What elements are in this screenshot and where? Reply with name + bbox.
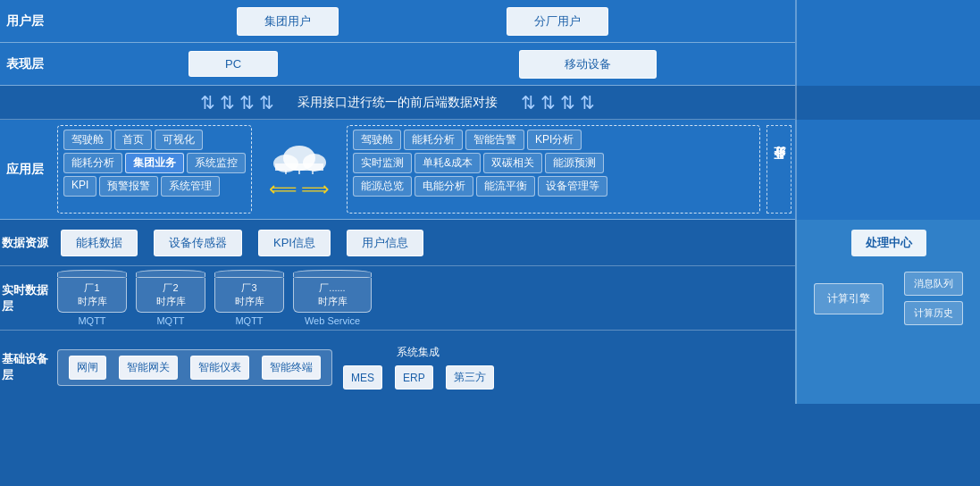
user-layer-row: 用户层 集团用户 分厂用户 <box>0 0 980 43</box>
ds-user: 用户信息 <box>347 230 423 256</box>
cyl-1-top-label: 厂1 <box>62 281 122 295</box>
app-yujing: 预警报警 <box>99 176 158 197</box>
realtime-layer-content: 厂1 时序库 MQTT 厂2 时序库 MQTT 厂3 时序库 <box>50 266 795 330</box>
datasrc-layer-row: 数据资源 能耗数据 设备传感器 KPI信息 用户信息 处理中心 <box>0 220 980 266</box>
cyl-2: 厂2 时序库 MQTT <box>136 270 205 326</box>
cyl-3-top-label: 厂3 <box>219 281 280 295</box>
h-arrow-container: ⟸ ⟹ <box>269 178 330 201</box>
arrow-ud-2: ⇅ <box>220 94 235 112</box>
app-r-gaojing: 智能告警 <box>465 130 524 150</box>
cyl-1-body: 厂1 时序库 <box>57 278 127 313</box>
msg-queue-box: 消息队列 <box>904 272 963 296</box>
right-arrows: ⇅ ⇅ ⇅ ⇅ <box>521 94 595 112</box>
right-panel-iface <box>795 86 980 120</box>
cyl-3-bottom-label: 时序库 <box>219 295 280 308</box>
app-row-r2: 实时监测 单耗&成本 双碳相关 能源预测 <box>353 153 754 173</box>
group-fenchang: 驾驶舱 能耗分析 智能告警 KPI分析 实时监测 单耗&成本 双碳相关 能源预测… <box>347 125 760 214</box>
ds-kpi: KPI信息 <box>258 230 331 256</box>
app-jiashicang: 驾驶舱 <box>63 130 112 150</box>
cyl-4-top-label: 厂...... <box>297 281 367 295</box>
interface-bar: ⇅ ⇅ ⇅ ⇅ 采用接口进行统一的前后端数据对接 ⇅ ⇅ ⇅ ⇅ <box>0 86 980 120</box>
arrow-ud-4: ⇅ <box>259 94 274 112</box>
app-r-nengliu: 能流平衡 <box>476 176 535 197</box>
app-kpi: KPI <box>63 176 96 197</box>
cyl-1-top <box>57 270 127 278</box>
app-r-dianneng: 电能分析 <box>415 176 473 197</box>
pres-layer-row: 表现层 PC 移动设备 <box>0 43 980 86</box>
user-layer-content: 集团用户 分厂用户 <box>50 0 795 42</box>
app-layer-content: 驾驶舱 首页 可视化 能耗分析 集团业务 系统监控 KPI 预警报警 系统管理 <box>50 120 795 219</box>
app-r-shishi: 实时监测 <box>353 153 412 173</box>
cyl-4-protocol: Web Service <box>305 315 360 326</box>
right-panel-proc: 处理中心 <box>795 220 980 266</box>
mobile-box: 移动设备 <box>519 50 657 79</box>
cyl-2-body: 厂2 时序库 <box>136 278 205 313</box>
realtime-layer-row: 实时数据层 厂1 时序库 MQTT 厂2 时序库 MQTT <box>0 266 980 331</box>
pres-layer-content: PC 移动设备 <box>50 43 795 85</box>
pc-box: PC <box>188 51 278 77</box>
right-calc-group: 计算引擎 <box>814 283 884 314</box>
app-row-2: 能耗分析 集团业务 系统监控 <box>63 153 246 173</box>
app-r-shuangtan: 双碳相关 <box>483 153 542 173</box>
datasrc-layer-label: 数据资源 <box>0 220 50 265</box>
cyl-3: 厂3 时序库 MQTT <box>214 270 284 326</box>
base-gateway: 智能网关 <box>119 356 178 380</box>
app-r-danhao: 单耗&成本 <box>415 153 481 173</box>
cloud-icon <box>268 138 331 174</box>
right-panel-app <box>795 120 980 220</box>
cyl-2-bottom-label: 时序库 <box>140 295 201 308</box>
app-r-yuce: 能源预测 <box>545 153 604 173</box>
app-r-nenghao: 能耗分析 <box>404 130 463 150</box>
base-instrument: 智能仪表 <box>190 356 249 380</box>
base-terminal: 智能终端 <box>262 356 321 380</box>
right-panel-pres <box>795 43 980 86</box>
arrow-ud-5: ⇅ <box>521 94 536 112</box>
group-user-box: 集团用户 <box>237 7 339 36</box>
integration-items: MES ERP 第三方 <box>339 365 498 390</box>
branch-user-box: 分厂用户 <box>507 7 608 36</box>
int-3rd: 第三方 <box>446 365 494 390</box>
right-arrow-icon: ⟹ <box>301 178 330 201</box>
user-layer-label: 用户层 <box>0 0 50 42</box>
app-layer-row: 应用层 驾驶舱 首页 可视化 能耗分析 集团业务 系统监控 KPI 预警报警 系… <box>0 120 980 220</box>
cyl-1-protocol: MQTT <box>78 315 105 326</box>
cyl-4: 厂...... 时序库 Web Service <box>293 270 372 326</box>
right-queue-group: 消息队列 计算历史 <box>904 272 963 325</box>
group-fenchang-container: 驾驶舱 能耗分析 智能告警 KPI分析 实时监测 单耗&成本 双碳相关 能源预测… <box>343 125 792 214</box>
app-r-zonglanz: 能源总览 <box>353 176 412 197</box>
int-erp: ERP <box>395 365 433 390</box>
arrow-ud-1: ⇅ <box>200 94 215 112</box>
sys-integration-label: 系统集成 <box>397 345 440 360</box>
app-r-shebei: 设备管理等 <box>538 176 607 197</box>
diagram: 用户层 集团用户 分厂用户 表现层 PC 移动设备 ⇅ <box>0 0 980 486</box>
app-row-1: 驾驶舱 首页 可视化 <box>63 130 246 150</box>
app-r-jiashi: 驾驶舱 <box>353 130 401 150</box>
ds-sensor: 设备传感器 <box>154 230 242 256</box>
arrow-ud-8: ⇅ <box>580 94 595 112</box>
proc-center-box: 处理中心 <box>851 230 926 256</box>
app-keshihua: 可视化 <box>155 130 203 150</box>
cyl-3-body: 厂3 时序库 <box>214 278 284 313</box>
pres-layer-label: 表现层 <box>0 43 50 85</box>
right-panel-realtime: 计算引擎 消息队列 计算历史 <box>795 266 980 331</box>
app-shouye: 首页 <box>114 130 152 150</box>
interface-text: 采用接口进行统一的前后端数据对接 <box>297 95 498 111</box>
app-row-r3: 能源总览 电能分析 能流平衡 设备管理等 <box>353 176 754 197</box>
app-jiankong: 系统监控 <box>187 153 246 173</box>
cyl-2-top <box>136 270 205 278</box>
base-integration-group: 系统集成 MES ERP 第三方 <box>339 345 498 390</box>
int-mes: MES <box>343 365 382 390</box>
interface-content: ⇅ ⇅ ⇅ ⇅ 采用接口进行统一的前后端数据对接 ⇅ ⇅ ⇅ ⇅ <box>0 94 795 112</box>
cyl-1-bottom-label: 时序库 <box>62 295 122 308</box>
group-jituan: 驾驶舱 首页 可视化 能耗分析 集团业务 系统监控 KPI 预警报警 系统管理 <box>57 125 252 214</box>
arrow-ud-7: ⇅ <box>560 94 575 112</box>
base-layer-content: 网闸 智能网关 智能仪表 智能终端 系统集成 MES ERP 第三方 <box>50 331 795 404</box>
base-layer-label: 基础设备层 <box>0 331 50 404</box>
app-guanli: 系统管理 <box>161 176 220 197</box>
cloud-container: ⟸ ⟹ <box>268 125 331 214</box>
calc-history-box: 计算历史 <box>904 301 963 325</box>
base-left-group: 网闸 智能网关 智能仪表 智能终端 <box>57 349 332 386</box>
cyl-4-body: 厂...... 时序库 <box>293 278 372 313</box>
svg-rect-3 <box>275 163 323 171</box>
base-layer-row: 基础设备层 网闸 智能网关 智能仪表 智能终端 系统集成 MES ERP 第三方 <box>0 331 980 404</box>
